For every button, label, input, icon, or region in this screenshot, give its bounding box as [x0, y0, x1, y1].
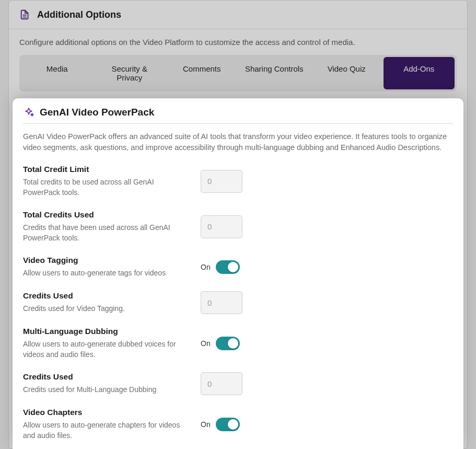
total-credits-used-label: Total Credits Used [23, 210, 190, 220]
tab-security-privacy[interactable]: Security & Privacy [94, 57, 166, 89]
row-video-tagging-credits: Credits Used Credits used for Video Tagg… [23, 291, 453, 314]
video-tagging-credits-input[interactable] [201, 291, 242, 314]
video-chapters-label: Video Chapters [23, 408, 190, 417]
multi-dubbing-credits-input[interactable] [201, 372, 242, 395]
total-credits-used-desc: Credits that have been used across all G… [23, 223, 190, 243]
panel-title-row: GenAI Video PowerPack [23, 107, 453, 124]
video-chapters-state: On [201, 420, 211, 429]
card-title: Additional Options [37, 9, 121, 20]
video-tagging-desc: Allow users to auto-generate tags for vi… [23, 268, 190, 279]
card-body: Configure additional options on the Vide… [9, 29, 467, 100]
sparkle-icon [23, 107, 34, 118]
total-credit-limit-label: Total Credit Limit [23, 165, 190, 174]
multi-dubbing-label: Multi-Language Dubbing [23, 327, 190, 336]
row-total-credit-limit: Total Credit Limit Total credits to be u… [23, 165, 453, 198]
tab-sharing-controls[interactable]: Sharing Controls [239, 57, 310, 89]
total-credits-used-input[interactable] [201, 215, 242, 238]
row-video-tagging: Video Tagging Allow users to auto-genera… [23, 256, 453, 279]
document-icon [19, 9, 31, 20]
video-chapters-toggle[interactable] [216, 418, 240, 431]
total-credit-limit-input[interactable] [201, 170, 242, 193]
tab-video-quiz[interactable]: Video Quiz [311, 57, 382, 89]
multi-dubbing-credits-desc: Credits used for Multi-Language Dubbing [23, 385, 190, 395]
video-tagging-label: Video Tagging [23, 256, 190, 265]
row-total-credits-used: Total Credits Used Credits that have bee… [23, 210, 453, 243]
video-chapters-desc: Allow users to auto-generate chapters fo… [23, 420, 190, 441]
video-tagging-credits-desc: Credits used for Video Tagging. [23, 304, 190, 314]
card-header: Additional Options [9, 1, 467, 29]
genai-powerpack-panel: GenAI Video PowerPack GenAI Video PowerP… [13, 98, 463, 449]
row-multi-dubbing-credits: Credits Used Credits used for Multi-Lang… [23, 372, 453, 395]
multi-dubbing-credits-label: Credits Used [23, 372, 190, 382]
video-tagging-credits-label: Credits Used [23, 291, 190, 301]
tab-media[interactable]: Media [21, 57, 93, 89]
multi-dubbing-toggle[interactable] [216, 337, 240, 350]
tab-add-ons[interactable]: Add-Ons [384, 57, 455, 89]
multi-dubbing-state: On [201, 339, 211, 348]
row-video-chapters: Video Chapters Allow users to auto-gener… [23, 408, 453, 441]
intro-text: Configure additional options on the Vide… [19, 38, 457, 47]
video-tagging-toggle[interactable] [216, 260, 240, 274]
total-credit-limit-desc: Total credits to be used across all GenA… [23, 177, 190, 198]
panel-description: GenAI Video PowerPack offers an advanced… [23, 131, 453, 153]
row-multi-dubbing: Multi-Language Dubbing Allow users to au… [23, 327, 453, 360]
multi-dubbing-desc: Allow users to auto-generate dubbed voic… [23, 339, 190, 360]
video-tagging-state: On [201, 263, 211, 271]
tabs-bar: Media Security & Privacy Comments Sharin… [19, 55, 457, 91]
tab-comments[interactable]: Comments [166, 57, 238, 89]
panel-title: GenAI Video PowerPack [40, 107, 154, 118]
